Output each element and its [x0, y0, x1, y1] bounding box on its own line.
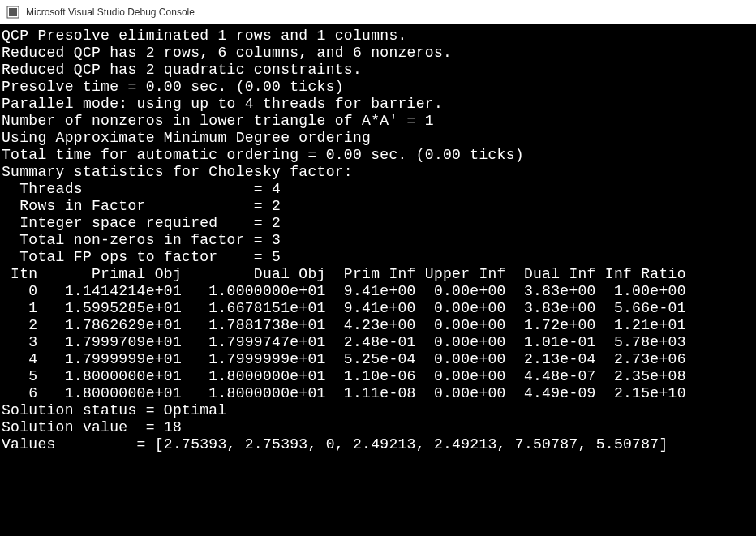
table-row: 1 1.5995285e+01 1.6678151e+01 9.41e+00 0…	[2, 300, 686, 316]
table-row: 4 1.7999999e+01 1.7999999e+01 5.25e-04 0…	[2, 351, 686, 367]
app-icon	[6, 6, 19, 19]
table-row: 0 1.1414214e+01 1.0000000e+01 9.41e+00 0…	[2, 283, 686, 299]
table-row: 3 1.7999709e+01 1.7999747e+01 2.48e-01 0…	[2, 334, 686, 350]
console-line: Reduced QCP has 2 rows, 6 columns, and 6…	[2, 45, 452, 61]
console-line: Solution value = 18	[2, 419, 182, 435]
console-line: Values = [2.75393, 2.75393, 0, 2.49213, …	[2, 436, 668, 452]
console-line: Total time for automatic ordering = 0.00…	[2, 147, 524, 163]
console-line: Total non-zeros in factor = 3	[2, 232, 281, 248]
table-row: 6 1.8000000e+01 1.8000000e+01 1.11e-08 0…	[2, 385, 686, 401]
console-line: Threads = 4	[2, 181, 281, 197]
console-line: QCP Presolve eliminated 1 rows and 1 col…	[2, 28, 407, 44]
table-row: 5 1.8000000e+01 1.8000000e+01 1.10e-06 0…	[2, 368, 686, 384]
table-header: Itn Primal Obj Dual Obj Prim Inf Upper I…	[2, 266, 686, 282]
console-line: Solution status = Optimal	[2, 402, 227, 418]
console-line: Rows in Factor = 2	[2, 198, 281, 214]
console-line: Reduced QCP has 2 quadratic constraints.	[2, 62, 362, 78]
console-line: Summary statistics for Cholesky factor:	[2, 164, 353, 180]
console-line: Integer space required = 2	[2, 215, 281, 231]
svg-rect-1	[9, 8, 17, 16]
window-title: Microsoft Visual Studio Debug Console	[26, 6, 195, 18]
console-line: Parallel mode: using up to 4 threads for…	[2, 96, 443, 112]
window-titlebar: Microsoft Visual Studio Debug Console	[0, 0, 756, 24]
console-line: Number of nonzeros in lower triangle of …	[2, 113, 434, 129]
console-line: Total FP ops to factor = 5	[2, 249, 281, 265]
console-output: QCP Presolve eliminated 1 rows and 1 col…	[0, 24, 756, 536]
console-line: Presolve time = 0.00 sec. (0.00 ticks)	[2, 79, 344, 95]
console-line: Using Approximate Minimum Degree orderin…	[2, 130, 371, 146]
table-row: 2 1.7862629e+01 1.7881738e+01 4.23e+00 0…	[2, 317, 686, 333]
